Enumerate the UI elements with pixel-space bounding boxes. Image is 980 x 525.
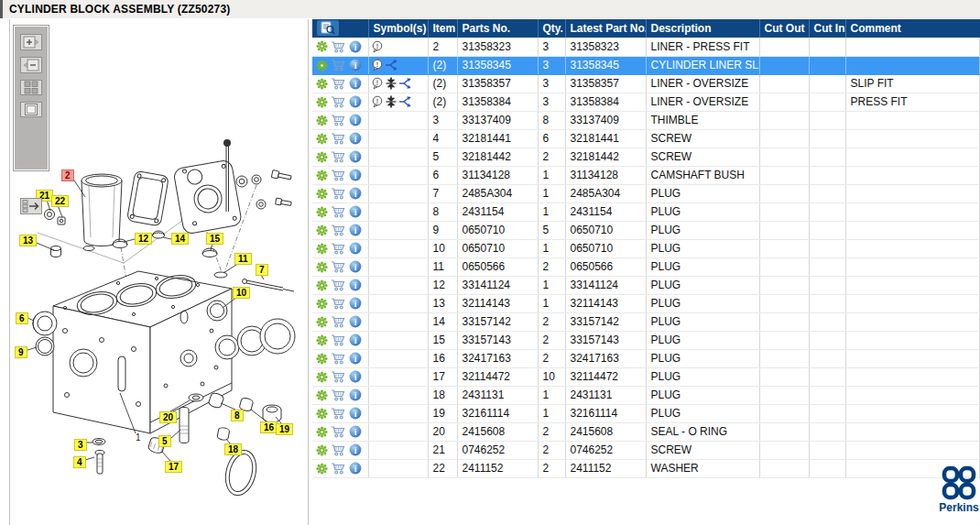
config-gear-icon[interactable] [316, 298, 328, 310]
part-label-2[interactable]: 2 [61, 170, 74, 181]
config-gear-icon[interactable] [316, 96, 328, 108]
config-gear-icon[interactable] [316, 206, 328, 218]
table-row[interactable]: i8243115412431154PLUG [312, 202, 980, 221]
config-gear-icon[interactable] [316, 151, 328, 163]
part-info-icon[interactable]: i [349, 388, 362, 401]
part-info-icon[interactable]: i [349, 169, 362, 181]
add-to-cart-icon[interactable] [331, 425, 346, 438]
config-gear-icon[interactable] [316, 371, 328, 383]
part-info-icon[interactable]: i [349, 59, 362, 71]
table-row[interactable]: i1433157142233157142PLUG [312, 312, 980, 331]
part-label-12[interactable]: 12 [135, 233, 152, 245]
table-row[interactable]: i22241115222411152WASHER [312, 459, 980, 477]
part-label-8[interactable]: 8 [231, 410, 244, 421]
part-info-icon[interactable]: i [349, 77, 362, 90]
part-label-20[interactable]: 20 [159, 411, 177, 423]
table-row[interactable]: i10065071010650710PLUG [312, 239, 980, 257]
part-label-10[interactable]: 10 [233, 287, 250, 299]
config-gear-icon[interactable] [316, 389, 328, 401]
part-label-9[interactable]: 9 [15, 346, 27, 358]
column-header-latest[interactable]: Latest Part No. [565, 19, 646, 38]
config-gear-icon[interactable] [316, 261, 328, 273]
part-info-icon[interactable]: i [349, 242, 362, 255]
add-to-cart-icon[interactable] [331, 388, 346, 401]
config-gear-icon[interactable] [316, 133, 328, 145]
part-label-11[interactable]: 11 [234, 253, 252, 265]
column-header-qty[interactable]: Qty. [538, 19, 565, 38]
part-label-14[interactable]: 14 [171, 233, 189, 245]
table-row[interactable]: i532181442232181442SCREW [312, 148, 980, 166]
add-to-cart-icon[interactable] [331, 297, 346, 310]
table-row[interactable]: i18243113112431131PLUG [312, 386, 980, 404]
part-info-icon[interactable]: i [349, 297, 362, 310]
table-row[interactable]: i17321144721032114472PLUG [312, 367, 980, 386]
part-label-13[interactable]: 13 [19, 235, 37, 246]
preview-document-icon[interactable] [321, 21, 335, 35]
tile-view-button[interactable] [20, 80, 42, 95]
table-row[interactable]: i333137409833137409THIMBLE [312, 111, 980, 129]
table-row[interactable]: i1533157143233157143PLUG [312, 331, 980, 349]
add-to-cart-icon[interactable] [331, 334, 346, 346]
part-info-icon[interactable]: i [349, 95, 362, 108]
part-info-icon[interactable]: i [349, 205, 362, 218]
part-info-icon[interactable]: i [349, 114, 362, 126]
column-header-out[interactable]: Cut Out [759, 19, 809, 38]
config-gear-icon[interactable] [316, 243, 328, 255]
add-to-cart-icon[interactable] [331, 443, 346, 456]
table-row[interactable]: i1233141124133141124PLUG [312, 276, 980, 294]
add-to-cart-icon[interactable] [331, 462, 346, 475]
column-header-item[interactable]: Item [428, 19, 457, 38]
table-row[interactable]: i9065071050650710PLUG [312, 221, 980, 239]
add-to-cart-icon[interactable] [331, 77, 346, 90]
config-gear-icon[interactable] [316, 60, 328, 71]
add-to-cart-icon[interactable] [331, 205, 346, 218]
config-gear-icon[interactable] [316, 78, 328, 90]
add-to-cart-icon[interactable] [331, 187, 346, 200]
add-to-cart-icon[interactable] [331, 95, 346, 108]
part-info-icon[interactable]: i [349, 260, 362, 273]
add-to-cart-icon[interactable] [331, 260, 346, 273]
part-info-icon[interactable]: i [349, 407, 362, 420]
table-row[interactable]: i1632417163232417163PLUG [312, 349, 980, 367]
part-label-5[interactable]: 5 [158, 435, 171, 447]
part-info-icon[interactable]: i [349, 425, 362, 438]
add-to-cart-icon[interactable] [331, 407, 346, 420]
part-label-6[interactable]: 6 [16, 312, 28, 324]
config-gear-icon[interactable] [316, 426, 328, 438]
table-row[interactable]: i231358323331358323LINER - PRESS FIT [312, 38, 980, 56]
add-to-cart-icon[interactable] [331, 279, 346, 291]
zoom-out-button[interactable] [20, 57, 42, 73]
column-header-symbols[interactable]: Symbol(s) [368, 19, 428, 38]
part-info-icon[interactable]: i [349, 462, 362, 475]
config-gear-icon[interactable] [316, 224, 328, 236]
config-gear-icon[interactable] [316, 188, 328, 200]
table-row[interactable]: i20241560822415608SEAL - O RING [312, 422, 980, 441]
part-info-icon[interactable]: i [349, 40, 362, 53]
config-gear-icon[interactable] [316, 316, 328, 328]
add-to-cart-icon[interactable] [331, 59, 346, 71]
add-to-cart-icon[interactable] [331, 150, 346, 163]
part-label-15[interactable]: 15 [206, 233, 223, 245]
table-row[interactable]: i(2)31358357331358357LINER - OVERSIZESLI… [312, 74, 980, 93]
add-to-cart-icon[interactable] [331, 370, 346, 383]
config-gear-icon[interactable] [316, 463, 328, 475]
add-to-cart-icon[interactable] [331, 224, 346, 236]
config-gear-icon[interactable] [316, 279, 328, 291]
config-gear-icon[interactable] [316, 334, 328, 346]
column-header-comment[interactable]: Comment [845, 19, 980, 38]
config-gear-icon[interactable] [316, 170, 328, 181]
part-label-3[interactable]: 3 [74, 439, 87, 451]
column-header-desc[interactable]: Description [646, 19, 759, 38]
add-to-cart-icon[interactable] [331, 169, 346, 181]
part-info-icon[interactable]: i [349, 443, 362, 456]
add-to-cart-icon[interactable] [331, 315, 346, 328]
part-info-icon[interactable]: i [349, 352, 362, 365]
table-row[interactable]: i432181441632181441SCREW [312, 129, 980, 148]
table-row[interactable]: i1932161114132161114PLUG [312, 404, 980, 422]
part-info-icon[interactable]: i [349, 370, 362, 383]
add-to-cart-icon[interactable] [331, 352, 346, 365]
add-to-cart-icon[interactable] [331, 242, 346, 255]
part-info-icon[interactable]: i [349, 187, 362, 200]
add-to-cart-icon[interactable] [331, 114, 346, 126]
part-label-22[interactable]: 22 [51, 195, 69, 207]
